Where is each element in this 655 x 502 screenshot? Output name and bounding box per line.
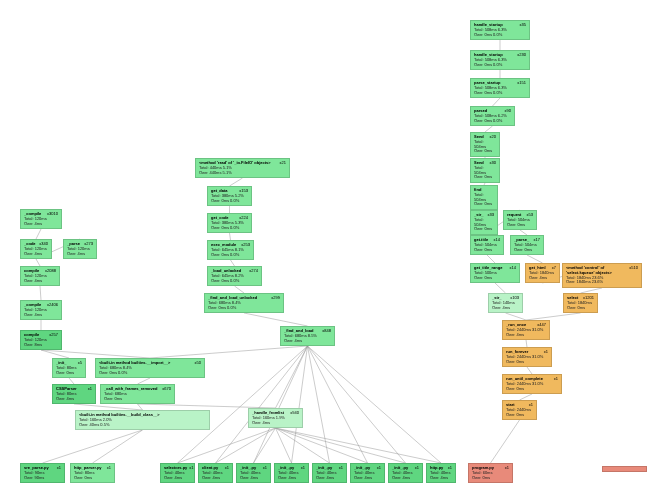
callgraph-node[interactable]: <built-in method builtins.__import__>x50… xyxy=(95,358,205,378)
node-count: x1 xyxy=(107,466,111,471)
node-own: Own: 0ms xyxy=(514,248,540,253)
node-own: Own: 0ms 0.0% xyxy=(211,253,250,258)
callgraph-node[interactable]: _init_x5Total: 80msOwn: 0ms xyxy=(52,358,86,378)
node-own: Own: 4ms xyxy=(492,306,519,311)
callgraph-node[interactable]: compilex257Total: 120msOwn: 8ms xyxy=(20,330,62,350)
callgraph-node[interactable]: selectors.pyx1Total: 40msOwn: 4ms xyxy=(160,463,195,483)
callgraph-node[interactable]: _init_.pyx1Total: 40msOwn: 4ms xyxy=(350,463,385,483)
callgraph-node[interactable]: findTotal: 504msOwn: 0ms xyxy=(470,185,498,210)
callgraph-node[interactable]: get.titlex14Total: 504msOwn: 0ms xyxy=(470,235,504,255)
svg-line-46 xyxy=(276,428,330,463)
callgraph-node[interactable]: parsedx90Total: 508ms 6.2%Own: 0ms 0.0% xyxy=(470,106,515,126)
node-count: x3010 xyxy=(47,212,58,217)
callgraph-node[interactable]: _load_unlockedx274Total: 645ms 8.2%Own: … xyxy=(207,266,262,286)
node-own: Own: 0ms 0.0% xyxy=(211,279,258,284)
node-own: Own: 4ms xyxy=(24,313,58,318)
svg-line-53 xyxy=(292,346,308,463)
node-own: Own: 4ms xyxy=(24,279,56,284)
callgraph-node[interactable]: get_datax153Total: 380ms 5.2%Own: 0ms 0.… xyxy=(207,186,252,206)
callgraph-node[interactable]: _str_x103Total: 140msOwn: 4ms xyxy=(488,293,523,313)
node-own: Own: 4ms xyxy=(56,397,92,402)
callgraph-node[interactable]: CSSParserx1Total: 80msOwn: 4ms xyxy=(52,384,96,404)
node-count: x14 xyxy=(510,266,516,271)
callgraph-node[interactable]: _run_oncex447Total: 2440ms 31.0%Own: 4ms xyxy=(502,320,550,340)
node-own: Own: 4ms xyxy=(24,252,48,257)
node-own: Own: 0ms xyxy=(474,276,516,281)
svg-line-15 xyxy=(36,229,41,239)
node-own: Own: 40ms 0.5% xyxy=(79,423,206,428)
callgraph-node[interactable]: Sendx30Total: 504msOwn: 0ms xyxy=(470,158,500,183)
callgraph-node[interactable]: <built-in method builtins.__build_class_… xyxy=(75,410,210,430)
callgraph-node[interactable]: sre_parse.pyx1Total: 90msOwn: 90ms xyxy=(20,463,65,483)
node-own: Own: 4ms xyxy=(506,333,546,338)
node-own: Own: 4ms xyxy=(252,421,299,426)
callgraph-node[interactable]: get_codex224Total: 380ms 5.3%Own: 0ms 0.… xyxy=(207,213,252,233)
callgraph-node[interactable]: Sendx20Total: 504msOwn: 0ms xyxy=(470,132,500,157)
node-count: x1 xyxy=(339,466,343,471)
callgraph-node[interactable]: _call_with_frames_removedx670Total: 680m… xyxy=(100,384,175,404)
node-own: Own: 0ms 0.0% xyxy=(474,33,526,38)
callgraph-node[interactable]: _find_and_loadx848Total: 680ms 8.5%Own: … xyxy=(280,326,335,346)
callgraph-node[interactable]: <method 'control' of 'select.kqueue' obj… xyxy=(562,263,642,288)
callgraph-node[interactable]: run_foreverx1Total: 2440ms 31.0%Own: 0ms xyxy=(502,347,552,367)
callgraph-node[interactable]: requestx53Total: 504msOwn: 0ms xyxy=(503,210,537,230)
callgraph-node[interactable]: <method 'read' of '_io.FileIO' objects>x… xyxy=(195,158,290,178)
node-count: x50 xyxy=(195,361,201,366)
svg-line-10 xyxy=(230,178,243,186)
callgraph-node[interactable]: handle_startupx230Total: 508ms 6.3%Own: … xyxy=(470,50,530,70)
callgraph-node[interactable]: handle_startupx35Total: 508ms 6.3%Own: 0… xyxy=(470,20,530,40)
node-own: Own: 4ms xyxy=(392,476,419,481)
node-count: x1 xyxy=(415,466,419,471)
node-count: x1 xyxy=(554,377,558,382)
node-own: Own: 0ms 0.0% xyxy=(99,371,201,376)
callgraph-node[interactable]: _parsex273Total: 120msOwn: 4ms xyxy=(63,239,97,259)
callgraph-node[interactable]: get_title_rangex14Total: 500msOwn: 0ms xyxy=(470,263,520,283)
node-own: Own: 0ms xyxy=(567,306,594,311)
svg-line-40 xyxy=(43,430,143,463)
node-own: Own: 8ms xyxy=(24,343,58,348)
node-count: x670 xyxy=(162,387,171,392)
svg-line-12 xyxy=(230,233,231,240)
callgraph-node[interactable]: run_until_completex1Total: 2440ms 31.0%O… xyxy=(502,374,562,394)
callgraph-node[interactable]: compilex2088Total: 120msOwn: 4ms xyxy=(20,266,60,286)
node-own: Own: 4ms xyxy=(278,476,305,481)
callgraph-node[interactable] xyxy=(602,466,647,472)
callgraph-node[interactable]: _codex340Total: 120msOwn: 4ms xyxy=(20,239,52,259)
callgraph-node[interactable]: selectx1201Total: 1840msOwn: 0ms xyxy=(563,293,598,313)
callgraph-node[interactable]: _init_.pyx1Total: 40msOwn: 4ms xyxy=(312,463,347,483)
svg-line-49 xyxy=(276,428,442,463)
callgraph-node[interactable]: _compilex3010Total: 120msOwn: 4ms xyxy=(20,209,62,229)
svg-line-20 xyxy=(41,350,69,358)
callgraph-node[interactable]: _handle_fromlistx940Total: 160ms 1.9%Own… xyxy=(248,408,303,428)
node-own: Own: 440ms 5.1% xyxy=(199,171,286,176)
callgraph-node[interactable]: parse_startupx151Total: 508ms 6.3%Own: 0… xyxy=(470,78,530,98)
svg-line-47 xyxy=(276,428,368,463)
callgraph-node[interactable]: _parse_x17Total: 504msOwn: 0ms xyxy=(510,235,544,255)
callgraph-node[interactable]: program.pyx1Total: 60msOwn: 0ms xyxy=(468,463,513,483)
svg-line-2 xyxy=(493,98,501,106)
node-own: Own: 0ms xyxy=(474,175,496,180)
callgraph-node[interactable]: client.pyx1Total: 40msOwn: 4ms xyxy=(198,463,233,483)
callgraph-node[interactable]: _init_.pyx1Total: 40msOwn: 4ms xyxy=(388,463,423,483)
node-own: Own: 4ms xyxy=(240,476,267,481)
callgraph-node[interactable]: http_parser.pyx1Total: 80msOwn: 0ms xyxy=(70,463,115,483)
node-own: Own: 0ms 0.0% xyxy=(211,226,248,231)
node-count: x1 xyxy=(301,466,305,471)
node-count: x1 xyxy=(88,387,92,392)
node-own: Own: 0ms xyxy=(507,223,533,228)
callgraph-node[interactable]: _init_.pyx1Total: 40msOwn: 4ms xyxy=(274,463,309,483)
node-own: Own: 0ms xyxy=(506,387,558,392)
callgraph-node[interactable]: _find_and_load_unlockedx299Total: 680ms … xyxy=(204,293,284,313)
callgraph-node[interactable]: _str_x33Total: 504msOwn: 0ms xyxy=(470,210,498,235)
callgraph-node[interactable]: get_htmlx7Total: 1840msOwn: 4ms xyxy=(525,263,560,283)
callgraph-node[interactable]: http.pyx1Total: 40msOwn: 4ms xyxy=(426,463,456,483)
svg-line-36 xyxy=(526,313,581,320)
callgraph-node[interactable]: exec_modulex253Total: 645ms 8.1%Own: 0ms… xyxy=(207,240,254,260)
callgraph-node[interactable]: _init_.pyx1Total: 40msOwn: 4ms xyxy=(236,463,271,483)
callgraph-node[interactable]: startx1Total: 2440msOwn: 0ms xyxy=(502,400,537,420)
node-count: x1 xyxy=(505,466,509,471)
callgraph-node[interactable]: _compilex2406Total: 120msOwn: 4ms xyxy=(20,300,62,320)
node-count: x5 xyxy=(78,361,82,366)
node-own: Own: 0ms xyxy=(506,413,533,418)
svg-line-52 xyxy=(254,346,308,463)
